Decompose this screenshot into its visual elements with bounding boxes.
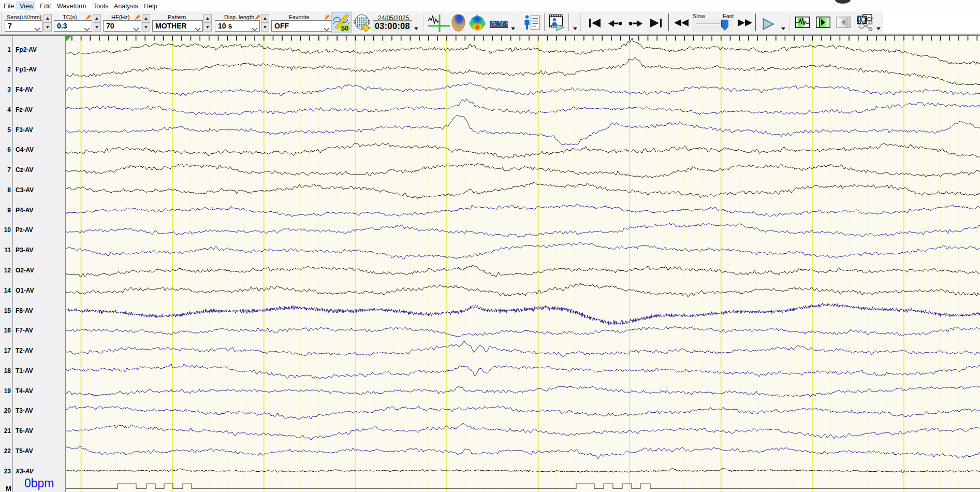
svg-text:50: 50 <box>341 24 348 32</box>
